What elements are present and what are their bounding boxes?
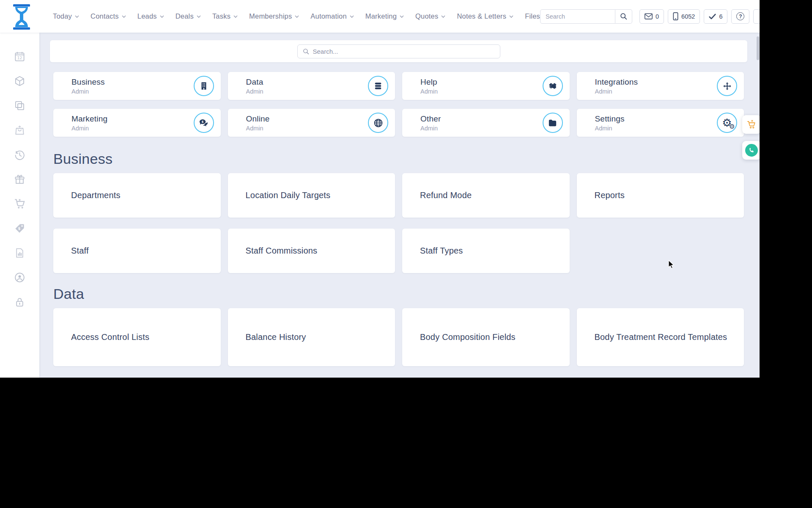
shopping-bag-icon[interactable] [14,124,26,136]
help-button[interactable]: ? [731,9,749,24]
topbar-search [540,9,632,24]
mail-count: 0 [656,13,659,20]
card-body-composition-fields[interactable]: Body Composition Fields [402,308,570,366]
nav-label: Leads [137,12,157,20]
card-reports[interactable]: Reports [577,173,744,218]
handshake-icon [543,76,563,96]
lock-icon[interactable] [14,296,26,308]
report-document-icon[interactable] [14,247,26,259]
section-title-data: Data [53,286,747,302]
card-title: Body Treatment Record Templates [595,331,727,343]
nav-quotes[interactable]: Quotes [415,12,445,20]
category-subtitle: Admin [420,88,438,95]
content-search-box [297,44,500,58]
phone-count: 6052 [681,13,695,20]
gears-icon: ⚙⚙ [717,113,737,133]
floating-cart-button[interactable] [742,115,760,134]
category-help[interactable]: HelpAdmin [402,72,570,100]
question-icon: ? [736,12,744,20]
card-body-treatment-record-templates[interactable]: Body Treatment Record Templates [577,308,744,366]
vertical-scrollbar[interactable] [757,36,759,60]
category-title: Settings [595,114,625,124]
gift-icon[interactable] [14,173,26,185]
nav-label: Tasks [212,12,230,20]
category-settings[interactable]: SettingsAdmin ⚙⚙ [577,109,744,137]
content-search-input[interactable] [313,48,495,55]
nav-automation[interactable]: Automation [310,12,354,20]
nav-contacts[interactable]: Contacts [91,12,126,20]
card-balance-history[interactable]: Balance History [228,308,395,366]
card-title: Staff [71,245,89,257]
search-icon [303,48,309,55]
tasks-badge-button[interactable]: 6 [704,9,727,24]
nav-today[interactable]: Today [53,12,79,20]
calendar-icon[interactable]: 12 [14,50,26,62]
nav-memberships[interactable]: Memberships [249,12,299,20]
card-staff[interactable]: Staff [53,229,221,273]
main-nav: Today Contacts Leads Deals Tasks Members… [53,12,540,20]
topbar-actions: 0 6052 6 ? i LONDON SUPPORT [540,8,760,25]
category-subtitle: Admin [71,88,105,95]
phone-badge-button[interactable]: 6052 [668,9,700,24]
svg-text:$: $ [202,120,204,124]
category-data[interactable]: DataAdmin [228,72,395,100]
user-circle-icon[interactable] [14,271,26,283]
database-icon [368,76,388,96]
copy-icon[interactable] [14,99,26,111]
card-title: Reports [595,189,625,202]
chevron-down-icon [350,15,354,18]
app-logo-icon[interactable] [11,4,33,30]
category-other[interactable]: OtherAdmin [402,109,570,137]
card-title: Access Control Lists [71,331,149,343]
category-title: Integrations [595,77,638,87]
search-icon[interactable] [615,9,632,24]
floating-whatsapp-button[interactable] [742,141,760,160]
category-marketing[interactable]: MarketingAdmin $ [53,109,221,137]
nav-leads[interactable]: Leads [137,12,164,20]
card-title: Refund Mode [420,189,472,202]
chevron-down-icon [122,15,126,18]
card-title: Body Composition Fields [420,331,516,343]
svg-text:12: 12 [17,56,22,60]
category-online[interactable]: OnlineAdmin [228,109,395,137]
category-subtitle: Admin [595,88,638,95]
info-button[interactable]: i [753,9,760,24]
nav-notes-letters[interactable]: Notes & Letters [457,12,513,20]
card-title: Departments [71,189,121,202]
card-location-daily-targets[interactable]: Location Daily Targets [228,173,395,218]
svg-text:$: $ [18,226,20,231]
nav-marketing[interactable]: Marketing [365,12,404,20]
package-icon[interactable] [14,75,26,87]
card-staff-types[interactable]: Staff Types [402,229,570,273]
price-tag-icon[interactable]: $ [14,222,26,234]
card-title: Staff Commissions [246,245,318,257]
card-access-control-lists[interactable]: Access Control Lists [53,308,221,366]
section-title-business: Business [53,151,747,167]
mail-badge-button[interactable]: 0 [639,9,664,24]
building-icon [194,76,214,96]
nav-label: Files [525,12,540,20]
nav-files[interactable]: Files [525,12,540,20]
check-icon [709,14,716,19]
card-staff-commissions[interactable]: Staff Commissions [228,229,395,273]
card-refund-mode[interactable]: Refund Mode [402,173,570,218]
cart-icon[interactable] [14,198,26,210]
history-icon[interactable] [14,149,26,160]
card-departments[interactable]: Departments [53,173,221,218]
category-title: Other [420,114,441,124]
chevron-down-icon [400,15,404,18]
main-content: BusinessAdmin DataAdmin HelpAdmin Integr… [39,33,760,378]
card-title: Staff Types [420,245,463,257]
left-sidebar: 12 $ [0,33,39,378]
nav-deals[interactable]: Deals [176,12,201,20]
topbar-search-input[interactable] [540,9,615,24]
category-integrations[interactable]: IntegrationsAdmin [577,72,744,100]
category-title: Marketing [71,114,107,124]
app-window: Today Contacts Leads Deals Tasks Members… [0,0,760,378]
nav-tasks[interactable]: Tasks [212,12,238,20]
category-subtitle: Admin [246,125,270,132]
category-title: Help [420,77,438,87]
chevron-down-icon [509,15,513,18]
nav-label: Memberships [249,12,292,20]
category-business[interactable]: BusinessAdmin [53,72,221,100]
